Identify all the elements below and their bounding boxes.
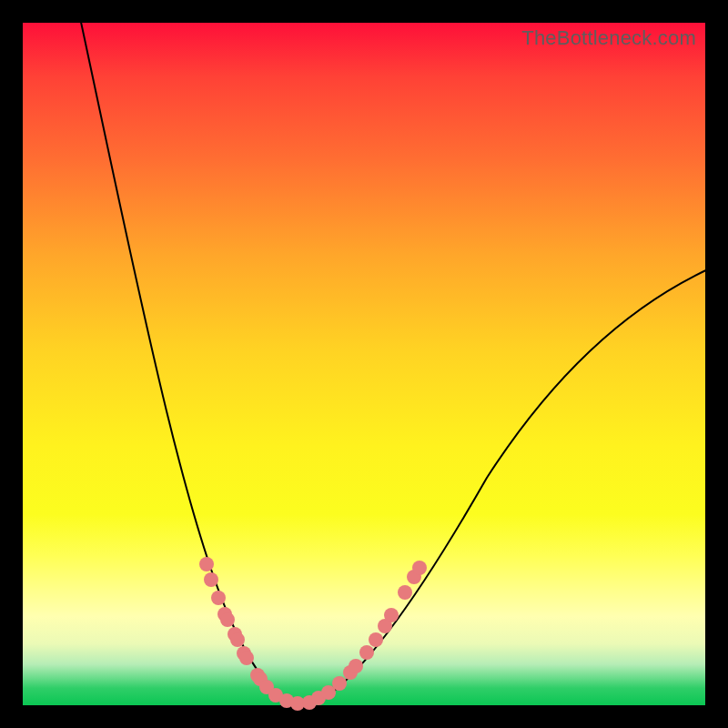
plot-area: TheBottleneck.com [23, 23, 705, 705]
data-point [369, 632, 383, 647]
data-point [199, 557, 214, 571]
data-point [230, 632, 245, 647]
chart-svg [23, 23, 705, 705]
bottleneck-curve [79, 14, 710, 706]
data-point [412, 561, 427, 575]
data-point [211, 591, 226, 605]
data-point [220, 612, 235, 627]
data-point [239, 651, 254, 665]
watermark-text: TheBottleneck.com [521, 26, 696, 50]
data-point [204, 572, 218, 587]
data-point [359, 645, 374, 660]
data-point [332, 676, 347, 691]
data-point [398, 585, 412, 600]
dots-group [199, 557, 427, 711]
data-point [384, 608, 399, 622]
data-point [349, 659, 363, 673]
